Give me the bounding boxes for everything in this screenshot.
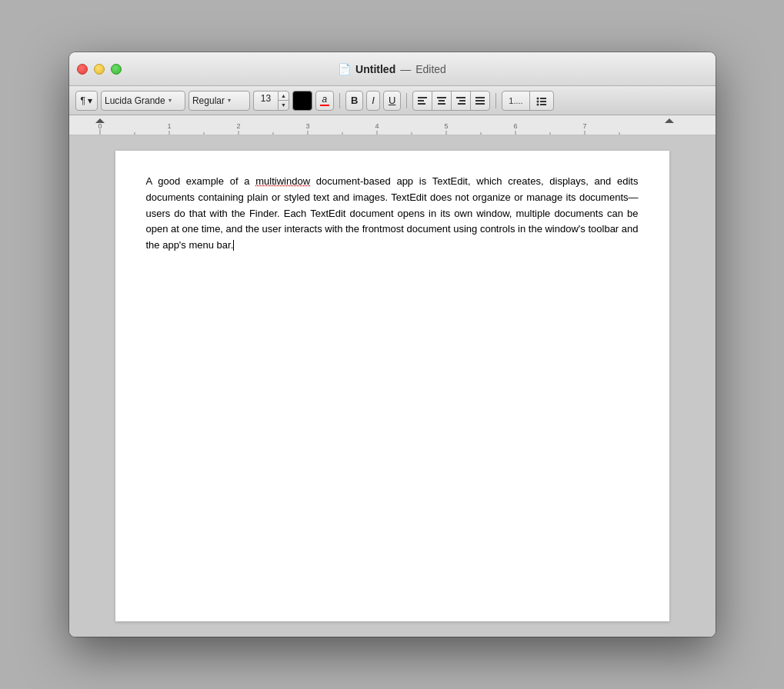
list-group: 1....	[502, 91, 553, 111]
svg-text:7: 7	[582, 122, 586, 130]
close-button[interactable]	[77, 64, 88, 75]
svg-text:0: 0	[98, 122, 102, 130]
traffic-lights	[77, 64, 122, 75]
paragraph-button[interactable]: ¶ ▾	[75, 91, 98, 111]
text-color-letter: a	[322, 95, 328, 104]
svg-text:3: 3	[305, 122, 309, 130]
svg-rect-6	[456, 97, 465, 98]
svg-rect-8	[458, 103, 465, 105]
numbered-list-button[interactable]: 1....	[502, 92, 529, 110]
titlebar-center: 📄 Untitled — Edited	[338, 63, 446, 75]
svg-rect-1	[418, 100, 424, 102]
font-name-value: Lucida Grande	[105, 95, 165, 106]
font-style-select[interactable]: Regular ▾	[188, 91, 250, 111]
bold-icon: B	[351, 95, 358, 106]
svg-point-12	[536, 97, 539, 99]
window-title: Untitled	[355, 63, 395, 75]
svg-rect-13	[540, 98, 546, 99]
font-size-up[interactable]: ▲	[279, 92, 289, 102]
bullet-list-icon	[536, 95, 547, 106]
numbered-list-icon: 1....	[509, 96, 522, 105]
font-size-stepper[interactable]: ▲ ▼	[278, 91, 289, 111]
font-size-box: 13 ▲ ▼	[253, 91, 289, 111]
align-left-button[interactable]	[413, 92, 432, 110]
document-page: A good example of a multiwindow document…	[115, 151, 669, 621]
align-center-button[interactable]	[432, 92, 452, 110]
svg-rect-15	[540, 101, 546, 102]
edited-label: Edited	[415, 63, 446, 75]
ruler: 0 1 2 3 4 5 6 7	[69, 115, 716, 135]
align-left-icon	[417, 95, 428, 106]
font-size-input[interactable]: 13	[253, 91, 278, 111]
svg-text:1: 1	[167, 122, 171, 130]
title-separator: —	[400, 63, 411, 75]
paragraph-chevron: ▾	[88, 95, 92, 106]
document-icon: 📄	[338, 63, 351, 75]
svg-rect-4	[439, 100, 445, 102]
align-center-icon	[436, 95, 447, 106]
separator-3	[495, 93, 496, 108]
ruler-svg: 0 1 2 3 4 5 6 7	[69, 115, 716, 135]
toolbar: ¶ ▾ Lucida Grande ▾ Regular ▾ 13 ▲ ▼ a	[69, 86, 716, 115]
text-cursor	[233, 240, 234, 251]
bullet-list-button[interactable]	[530, 92, 553, 110]
alignment-group	[412, 91, 490, 111]
text-color-underline	[320, 105, 329, 106]
svg-rect-2	[418, 103, 425, 105]
document-text[interactable]: A good example of a multiwindow document…	[146, 174, 639, 254]
app-window: 📄 Untitled — Edited ¶ ▾ Lucida Grande ▾ …	[69, 52, 716, 637]
underlined-word: multiwindow	[255, 175, 310, 187]
svg-rect-5	[438, 103, 445, 105]
svg-rect-3	[437, 97, 446, 98]
svg-text:2: 2	[236, 122, 240, 130]
text-color-button[interactable]: a	[315, 91, 334, 111]
maximize-button[interactable]	[111, 64, 122, 75]
align-justify-button[interactable]	[471, 92, 489, 110]
align-right-icon	[455, 95, 466, 106]
svg-text:5: 5	[444, 122, 448, 130]
separator-1	[339, 93, 340, 108]
font-name-select[interactable]: Lucida Grande ▾	[101, 91, 185, 111]
svg-text:4: 4	[375, 122, 379, 130]
font-name-chevron: ▾	[168, 97, 172, 104]
svg-point-16	[536, 103, 539, 105]
underline-icon: U	[389, 95, 395, 106]
svg-rect-0	[418, 97, 427, 98]
bold-button[interactable]: B	[345, 91, 363, 111]
italic-button[interactable]: I	[366, 91, 380, 111]
document-area[interactable]: A good example of a multiwindow document…	[69, 135, 716, 637]
separator-2	[406, 93, 407, 108]
svg-text:6: 6	[513, 122, 517, 130]
svg-rect-17	[540, 104, 546, 105]
titlebar: 📄 Untitled — Edited	[69, 52, 716, 86]
svg-rect-18	[69, 115, 716, 135]
underline-button[interactable]: U	[383, 91, 401, 111]
svg-rect-10	[475, 100, 485, 102]
svg-point-14	[536, 100, 539, 102]
font-style-chevron: ▾	[228, 97, 231, 104]
svg-rect-9	[475, 97, 485, 98]
svg-rect-7	[459, 100, 465, 102]
font-style-value: Regular	[192, 95, 225, 106]
paragraph-icon: ¶	[81, 95, 85, 106]
color-swatch[interactable]	[292, 91, 312, 111]
minimize-button[interactable]	[94, 64, 105, 75]
align-right-button[interactable]	[452, 92, 471, 110]
font-size-down[interactable]: ▼	[279, 101, 289, 110]
italic-icon: I	[372, 95, 375, 106]
align-justify-icon	[475, 95, 485, 106]
svg-rect-11	[475, 103, 485, 105]
